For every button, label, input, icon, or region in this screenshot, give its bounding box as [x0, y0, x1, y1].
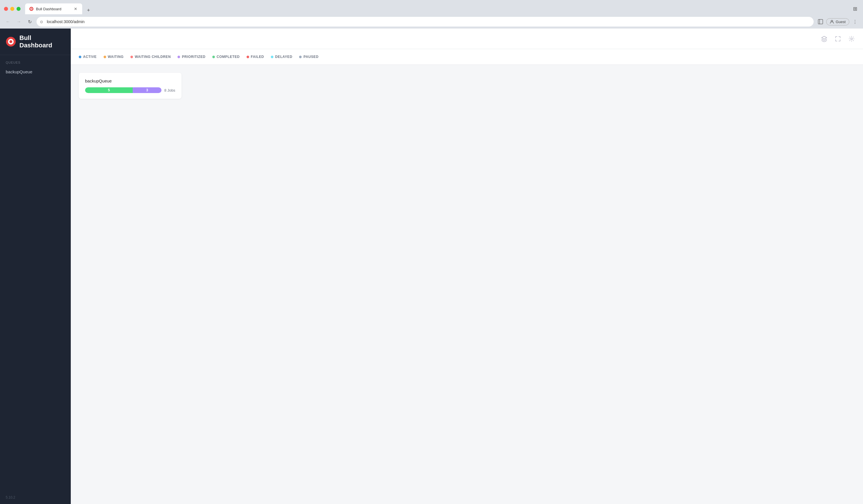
sidebar-header: Bull Dashboard — [0, 28, 71, 55]
lock-icon: ⊙ — [40, 20, 43, 24]
app-container: Bull Dashboard QUEUES backupQueue 5.10.2 — [0, 28, 863, 504]
filter-waiting-children-label: WAITING CHILDREN — [135, 55, 171, 59]
completed-count: 5 — [108, 88, 110, 92]
tab-title: Bull Dashboard — [36, 7, 71, 11]
sidebar: Bull Dashboard QUEUES backupQueue 5.10.2 — [0, 28, 71, 504]
sidebar-toggle-button[interactable] — [816, 18, 825, 26]
app-logo — [6, 37, 16, 47]
filter-completed-label: COMPLETED — [216, 55, 240, 59]
queue-progress-bar: 5 3 8 Jobs — [85, 87, 175, 93]
filter-bar: ACTIVE WAITING WAITING CHILDREN PRIORITI… — [71, 49, 863, 65]
filter-prioritized[interactable]: PRIORITIZED — [177, 55, 205, 59]
sidebar-title: Bull Dashboard — [20, 34, 65, 49]
nav-forward-button[interactable]: → — [15, 18, 23, 26]
browser-nav: ← → ↻ ⊙ localhost:3000/admin Guest ⋮ — [0, 15, 863, 28]
guest-label: Guest — [836, 20, 846, 24]
nav-reload-button[interactable]: ↻ — [26, 18, 34, 26]
svg-rect-3 — [818, 20, 823, 24]
chrome-menu-button[interactable]: ⋮ — [851, 18, 859, 26]
main-content: ACTIVE WAITING WAITING CHILDREN PRIORITI… — [71, 28, 863, 504]
queue-name: backupQueue — [85, 78, 175, 83]
fullscreen-icon[interactable] — [833, 34, 842, 43]
filter-failed-label: FAILED — [251, 55, 264, 59]
waiting-dot — [103, 56, 106, 58]
waiting-children-dot — [130, 56, 133, 58]
filter-waiting[interactable]: WAITING — [103, 55, 124, 59]
url-text: localhost:3000/admin — [47, 20, 85, 24]
filter-active-label: ACTIVE — [83, 55, 97, 59]
progress-bar: 5 3 — [85, 87, 162, 93]
window-close-button[interactable] — [4, 7, 8, 11]
filter-failed[interactable]: FAILED — [247, 55, 264, 59]
progress-failed-segment: 3 — [133, 87, 161, 93]
address-bar[interactable]: ⊙ localhost:3000/admin — [37, 17, 814, 27]
window-controls — [4, 7, 21, 11]
guest-profile-button[interactable]: Guest — [826, 18, 849, 25]
filter-paused[interactable]: PAUSED — [299, 55, 318, 59]
filter-paused-label: PAUSED — [303, 55, 318, 59]
settings-icon[interactable] — [847, 34, 856, 43]
tab-close-button[interactable]: ✕ — [73, 6, 78, 11]
completed-dot — [212, 56, 215, 58]
window-maximize-button[interactable] — [16, 7, 21, 11]
filter-delayed-label: DELAYED — [275, 55, 292, 59]
failed-dot — [247, 56, 249, 58]
filter-delayed[interactable]: DELAYED — [271, 55, 292, 59]
tab-bar: Bull Dashboard ✕ + — [25, 3, 851, 14]
queue-area: backupQueue 5 3 8 Jobs — [71, 65, 863, 504]
version-label: 5.10.2 — [0, 491, 71, 504]
total-jobs-label: 8 Jobs — [164, 88, 175, 92]
svg-point-2 — [31, 8, 32, 10]
delayed-dot — [271, 56, 273, 58]
svg-point-9 — [851, 38, 852, 40]
filter-waiting-children[interactable]: WAITING CHILDREN — [130, 55, 171, 59]
nav-extras: Guest ⋮ — [816, 18, 859, 26]
new-tab-button[interactable]: + — [85, 6, 92, 14]
browser-chrome: Bull Dashboard ✕ + ⊞ ← → ↻ ⊙ localhost:3… — [0, 0, 863, 28]
filter-waiting-label: WAITING — [108, 55, 124, 59]
sidebar-item-backupqueue[interactable]: backupQueue — [0, 66, 71, 77]
extensions-button[interactable]: ⊞ — [851, 5, 859, 13]
queue-card-backupqueue[interactable]: backupQueue 5 3 8 Jobs — [79, 73, 182, 99]
main-topbar — [71, 28, 863, 49]
filter-active[interactable]: ACTIVE — [79, 55, 97, 59]
window-minimize-button[interactable] — [10, 7, 14, 11]
prioritized-dot — [177, 56, 180, 58]
active-dot — [79, 56, 82, 58]
tab-favicon — [29, 7, 34, 11]
paused-dot — [299, 56, 302, 58]
browser-titlebar: Bull Dashboard ✕ + ⊞ — [0, 0, 863, 15]
failed-count: 3 — [146, 88, 148, 92]
active-tab[interactable]: Bull Dashboard ✕ — [25, 3, 82, 14]
filter-prioritized-label: PRIORITIZED — [182, 55, 205, 59]
layers-icon[interactable] — [820, 34, 829, 43]
svg-point-8 — [10, 40, 12, 43]
filter-completed[interactable]: COMPLETED — [212, 55, 240, 59]
nav-back-button[interactable]: ← — [4, 18, 12, 26]
progress-completed-segment: 5 — [85, 87, 133, 93]
queues-section-label: QUEUES — [0, 55, 71, 66]
